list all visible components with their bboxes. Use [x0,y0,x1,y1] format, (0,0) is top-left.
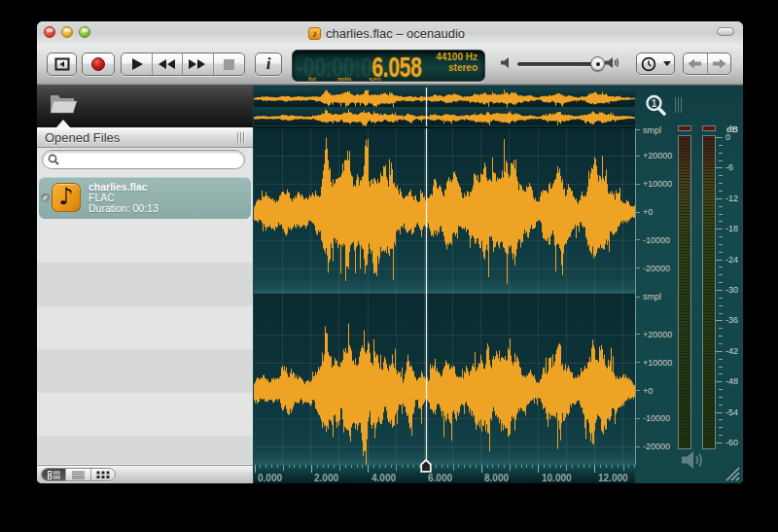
ruler-label: 2.000 [314,473,338,483]
ruler-tick [487,465,488,468]
window-resize-grip[interactable] [721,465,740,481]
db-tick [719,274,723,275]
rewind-button[interactable] [153,53,184,75]
history-back-button[interactable] [684,53,708,74]
db-tick [719,343,723,344]
meter-panel-grip[interactable] [675,97,684,113]
db-tick [716,167,723,168]
zoom-button[interactable] [79,26,90,38]
db-tick [716,320,723,321]
play-icon [132,58,143,70]
stop-button[interactable] [214,53,245,75]
db-tick [719,175,723,176]
playhead-marker[interactable] [420,459,432,473]
amplitude-tick [636,184,640,185]
ruler-tick [549,465,550,468]
sidebar-toggle-button[interactable] [47,53,77,76]
db-tick [719,359,723,360]
db-tick [719,282,723,283]
ruler-tick [464,465,465,468]
rewind-icon [159,59,166,69]
stop-icon [224,59,234,70]
back-arrow-icon [688,58,702,69]
search-input[interactable] [42,150,245,169]
ruler-tick [345,465,346,468]
minimize-button[interactable] [61,26,73,38]
amplitude-label: -20000 [643,442,670,451]
ruler-tick [618,465,619,468]
toolbar-toggle-lozenge[interactable] [717,27,734,36]
db-tick [719,419,723,420]
lcd-channel-mode: stereo [436,63,477,74]
file-row[interactable]: ✓ ♪ charlies.flac FLAC Duration: 00:13 [37,176,253,220]
play-button[interactable] [122,53,153,75]
view-mode-list-button[interactable] [66,469,90,480]
volume-slider-knob[interactable] [590,56,605,71]
ruler-label: 0.000 [258,473,282,483]
panel-title: Opened Files [45,130,120,145]
opened-files-folder-icon[interactable] [49,91,78,116]
fast-forward-button[interactable] [183,53,214,75]
info-button[interactable]: i [255,53,282,76]
ruler-tick [572,465,573,468]
ruler-tick [628,465,629,468]
amplitude-label: +0 [643,386,653,396]
ruler-tick [532,465,533,468]
db-tick [716,381,723,382]
detailed-list-icon [48,471,60,479]
level-meter-left [678,135,691,449]
db-tick [719,373,723,374]
ruler-tick [265,465,266,468]
amplitude-tick [636,156,640,157]
ruler-tick [606,465,607,468]
ruler-label: 10.000 [542,473,572,483]
db-tick [719,214,723,215]
ruler-tick [357,465,358,468]
ruler-tick [538,465,539,473]
history-forward-button[interactable] [708,53,731,74]
db-tick [719,244,723,245]
volume-min-icon [500,56,513,69]
ruler-tick [521,465,522,468]
ruler-tick [594,465,595,473]
ruler-tick [544,465,545,468]
close-button[interactable] [44,26,55,38]
selected-file-item[interactable]: ✓ ♪ charlies.flac FLAC Duration: 00:13 [39,177,251,219]
panel-header: Opened Files [37,127,253,148]
time-ruler[interactable]: 0.0002.0004.0006.0008.00010.00012.000 [254,465,635,483]
playhead-cursor[interactable] [426,128,427,466]
overview-strip[interactable] [254,88,635,126]
ruler-tick [492,465,493,468]
panel-drag-grip[interactable] [237,132,246,143]
db-tick [719,145,723,146]
monitor-speaker-icon[interactable] [681,449,708,471]
db-tick [719,313,723,314]
search-row [37,148,253,174]
playhead-overview [426,88,427,126]
db-tick [719,427,723,428]
record-button[interactable] [82,53,115,76]
view-mode-detailed-button[interactable] [42,469,66,480]
ruler-label: 8.000 [484,473,509,483]
ruler-label: 6.000 [428,473,452,483]
clip-indicator-left [678,125,691,131]
ruler-tick [289,465,290,468]
db-tick [716,198,723,199]
sidebar: Opened Files ✓ ♪ charlies.flac FLAC [37,86,253,483]
amplitude-label: +0 [643,207,653,217]
ruler-tick [578,465,579,468]
view-mode-grid-button[interactable] [91,469,115,480]
ruler-tick [396,465,397,471]
svg-text:1: 1 [652,98,657,109]
waveform-plot[interactable] [254,128,635,466]
volume-slider-track[interactable] [517,62,601,66]
zoom-one-to-one-icon[interactable]: 1 [644,93,669,119]
amplitude-tick [636,362,640,363]
app-note-icon: ♪ [308,27,321,40]
ruler-tick [317,465,318,468]
playback-time-menu-button[interactable] [636,53,675,75]
db-tick [719,328,723,329]
db-tick [716,260,723,261]
ruler-tick [453,465,454,471]
ruler-tick [294,465,295,468]
